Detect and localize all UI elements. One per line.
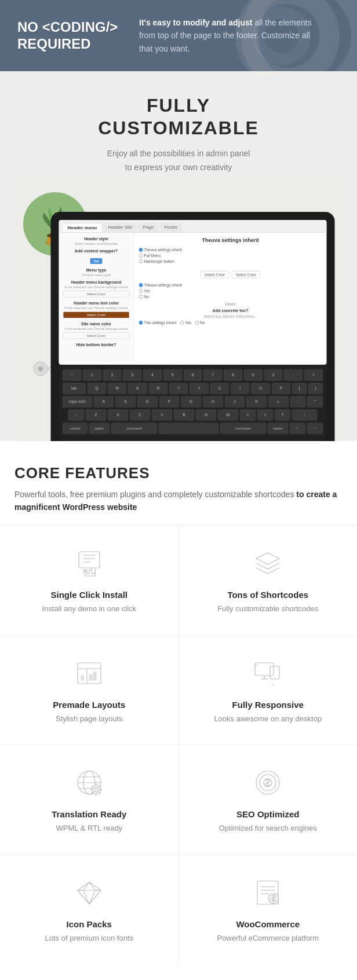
features-row-3: Translation Ready WPML & RTL ready SEO O… bbox=[0, 744, 357, 854]
kb-row-asdf: caps lock A S D F G H J K L : " bbox=[63, 396, 323, 408]
svg-line-37 bbox=[83, 890, 89, 904]
core-features-description: Powerful tools, free premium plugins and… bbox=[14, 488, 343, 514]
monitor-icon bbox=[250, 656, 285, 691]
feature-title: WooCommerce bbox=[191, 919, 346, 929]
svg-rect-18 bbox=[93, 672, 96, 680]
feature-icon-packs: Icon Packs Lots of premium icon fonts bbox=[0, 855, 179, 964]
feature-title: Translation Ready bbox=[12, 809, 167, 819]
feature-desc: Powerful eCommerce platform bbox=[191, 933, 346, 944]
feature-title: Icon Packs bbox=[12, 919, 167, 929]
kb-row-qwerty: tab Q W E R T Y U I O P { } bbox=[63, 383, 323, 394]
feature-desc: Fully customizable shortcodes bbox=[191, 603, 346, 615]
kb-row-space: control option command command option ← … bbox=[63, 423, 323, 434]
tab-footer[interactable]: Footer bbox=[159, 223, 182, 232]
customizable-title: FULLYCUSTOMIZABLE bbox=[17, 94, 340, 139]
svg-rect-20 bbox=[255, 663, 274, 676]
feature-desc: WPML & RTL ready bbox=[12, 823, 167, 834]
svg-rect-23 bbox=[270, 666, 279, 679]
feature-desc: Optimized for search engines bbox=[191, 823, 346, 834]
feature-woocommerce: WooCommerce Powerful eCommerce platform bbox=[179, 855, 358, 964]
feature-desc: Stylish page layouts bbox=[12, 713, 167, 725]
layout-icon bbox=[72, 656, 107, 691]
no-coding-title: NO <CODING/>REQUIRED bbox=[17, 19, 122, 53]
click-icon bbox=[72, 546, 107, 581]
svg-rect-17 bbox=[89, 674, 92, 680]
features-grid: Single Click Install Install any demo in… bbox=[0, 525, 357, 964]
cart-icon bbox=[250, 875, 285, 910]
feature-seo: SEO Optimized Optimized for search engin… bbox=[179, 745, 358, 854]
feature-translation: Translation Ready WPML & RTL ready bbox=[0, 745, 179, 854]
svg-rect-9 bbox=[79, 552, 100, 568]
feature-title: Premade Layouts bbox=[12, 700, 167, 710]
svg-line-38 bbox=[89, 890, 95, 904]
feature-title: Tons of Shortcodes bbox=[191, 590, 346, 600]
feature-title: SEO Optimized bbox=[191, 809, 346, 819]
feature-title: Single Click Install bbox=[12, 590, 167, 600]
settings-main: Theuva settings inherit Theuva settings … bbox=[134, 233, 327, 362]
tablet-keyboard: ~ 1 2 3 4 5 6 7 8 9 0 - + bbox=[59, 365, 327, 441]
feature-shortcodes: Tons of Shortcodes Fully customizable sh… bbox=[179, 526, 358, 635]
feature-single-click-install: Single Click Install Install any demo in… bbox=[0, 526, 179, 635]
tab-header-site[interactable]: Header Site bbox=[103, 223, 137, 232]
tablet-mockup-area: Header menu Header Site Page Footer Head… bbox=[17, 175, 340, 441]
feature-title: Fully Responsive bbox=[191, 700, 346, 710]
no-coding-description: It's easy to modify and adjust all the e… bbox=[139, 16, 325, 55]
svg-marker-13 bbox=[256, 553, 279, 564]
kb-row-zxcv: ↑ Z X C V B N M < > ? ↑ bbox=[63, 409, 323, 421]
feature-responsive: Fully Responsive Looks awesome on any de… bbox=[179, 636, 358, 745]
svg-point-6 bbox=[39, 367, 42, 370]
features-row-4: Icon Packs Lots of premium icon fonts Wo… bbox=[0, 854, 357, 964]
features-row-1: Single Click Install Install any demo in… bbox=[0, 525, 357, 635]
core-features-title: CORE FEATURES bbox=[14, 464, 343, 482]
feature-desc: Install any demo in one click bbox=[12, 603, 167, 615]
features-row-2: Premade Layouts Stylish page layouts bbox=[0, 635, 357, 745]
svg-marker-36 bbox=[78, 882, 101, 904]
svg-rect-19 bbox=[81, 676, 83, 680]
core-features-section: CORE FEATURES Powerful tools, free premi… bbox=[0, 441, 357, 520]
settings-sidebar: Header style Select header style/templat… bbox=[59, 233, 134, 362]
tab-page[interactable]: Page bbox=[138, 223, 158, 232]
customizable-section: FULLYCUSTOMIZABLE Enjoy all the possibil… bbox=[0, 71, 357, 441]
layers-icon bbox=[250, 546, 285, 581]
tab-header-menu[interactable]: Header menu bbox=[63, 223, 103, 232]
diamond-icon bbox=[72, 875, 107, 910]
kb-row-numbers: ~ 1 2 3 4 5 6 7 8 9 0 - + bbox=[63, 369, 323, 381]
screen-tabs: Header menu Header Site Page Footer bbox=[59, 220, 327, 233]
globe-icon bbox=[72, 765, 107, 800]
screen-content: Header style Select header style/templat… bbox=[59, 233, 327, 362]
no-coding-section: NO <CODING/>REQUIRED It's easy to modify… bbox=[0, 0, 357, 71]
feature-desc: Lots of premium icon fonts bbox=[12, 933, 167, 944]
tablet-device: Header menu Header Site Page Footer Head… bbox=[51, 212, 335, 441]
seo-icon bbox=[250, 765, 285, 800]
customizable-subtitle: Enjoy all the possibilities in admin pan… bbox=[17, 147, 340, 175]
feature-premade-layouts: Premade Layouts Stylish page layouts bbox=[0, 636, 179, 745]
feature-desc: Looks awesome on any desktop bbox=[191, 713, 346, 725]
